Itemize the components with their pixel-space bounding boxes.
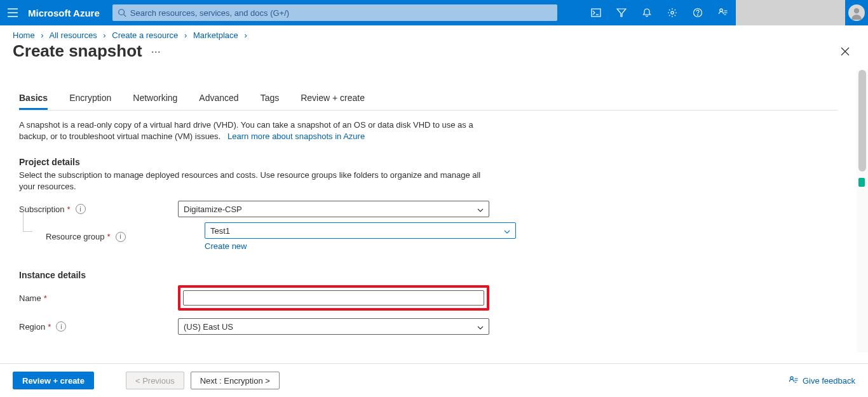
name-label: Name [19, 293, 41, 303]
next-button[interactable]: Next : Encryption > [191, 372, 280, 389]
settings-icon[interactable] [660, 0, 685, 25]
crumb-marketplace[interactable]: Marketplace [193, 30, 238, 40]
subscription-select[interactable]: Digitamize-CSP [178, 201, 489, 217]
info-icon[interactable]: i [76, 204, 86, 214]
svg-marker-7 [617, 9, 626, 17]
subscription-value: Digitamize-CSP [184, 205, 242, 214]
footer-bar: Review + create < Previous Next : Encryp… [0, 363, 868, 397]
crumb-create-resource[interactable]: Create a resource [112, 30, 178, 40]
svg-line-4 [123, 15, 126, 17]
required-indicator: * [48, 322, 51, 332]
section-instance-title: Instance details [19, 270, 837, 280]
form-area: Basics Encryption Networking Advanced Ta… [0, 70, 857, 353]
tab-tags[interactable]: Tags [261, 89, 280, 110]
more-icon[interactable]: ··· [151, 46, 161, 57]
avatar[interactable] [845, 0, 868, 25]
tab-basics[interactable]: Basics [19, 89, 48, 110]
notifications-icon[interactable] [634, 0, 660, 25]
tab-review-create[interactable]: Review + create [301, 89, 365, 110]
svg-point-8 [671, 11, 674, 14]
tab-advanced[interactable]: Advanced [199, 89, 238, 110]
top-bar: Microsoft Azure Search resources, servic… [0, 0, 868, 25]
page-header: Create snapshot ··· [0, 41, 868, 64]
chevron-right-icon: › [244, 30, 247, 40]
region-label: Region [19, 322, 45, 332]
region-value: (US) East US [184, 322, 233, 332]
review-create-button[interactable]: Review + create [13, 372, 94, 389]
create-new-link[interactable]: Create new [205, 241, 247, 251]
svg-point-3 [119, 10, 125, 15]
crumb-home[interactable]: Home [13, 30, 35, 40]
section-project-sub: Select the subscription to manage deploy… [19, 170, 483, 192]
crumb-all-resources[interactable]: All resources [50, 30, 97, 40]
description: A snapshot is a read-only copy of a virt… [19, 119, 483, 142]
feedback-icon [789, 375, 799, 386]
required-indicator: * [44, 293, 47, 303]
name-input-highlight [178, 285, 489, 311]
tabs: Basics Encryption Networking Advanced Ta… [19, 89, 837, 111]
resource-group-label: Resource group [46, 232, 105, 241]
info-icon[interactable]: i [116, 232, 126, 242]
scrollbar-marker[interactable] [858, 178, 865, 187]
learn-more-link[interactable]: Learn more about snapshots in Azure [227, 131, 365, 141]
chevron-right-icon: › [184, 30, 187, 40]
required-indicator: * [107, 232, 111, 241]
give-feedback-link[interactable]: Give feedback [789, 375, 855, 386]
svg-point-10 [697, 15, 698, 15]
brand-label[interactable]: Microsoft Azure [25, 8, 112, 18]
top-right-icons [583, 0, 868, 25]
chevron-right-icon: › [103, 30, 105, 40]
search-icon [118, 8, 126, 17]
scrollbar[interactable] [857, 70, 868, 353]
form-wrapper: Basics Encryption Networking Advanced Ta… [0, 70, 868, 353]
chevron-right-icon: › [41, 30, 43, 40]
tab-encryption[interactable]: Encryption [69, 89, 111, 110]
account-block[interactable] [736, 0, 845, 25]
feedback-icon[interactable] [710, 0, 736, 25]
region-select[interactable]: (US) East US [178, 318, 489, 335]
give-feedback-label: Give feedback [803, 376, 855, 386]
search-input[interactable]: Search resources, services, and docs (G+… [112, 4, 557, 21]
scrollbar-thumb[interactable] [858, 70, 866, 172]
previous-button: < Previous [126, 372, 184, 389]
tab-networking[interactable]: Networking [133, 89, 177, 110]
svg-point-11 [720, 9, 722, 11]
svg-point-15 [790, 377, 793, 379]
breadcrumb: Home › All resources › Create a resource… [0, 25, 868, 41]
directory-filter-icon[interactable] [609, 0, 634, 25]
section-project-title: Project details [19, 157, 837, 167]
resource-group-select[interactable]: Test1 [205, 222, 516, 239]
menu-icon[interactable] [0, 0, 25, 25]
cloud-shell-icon[interactable] [583, 0, 609, 25]
svg-point-12 [854, 8, 859, 13]
svg-rect-5 [592, 9, 600, 17]
chevron-down-icon [477, 323, 484, 330]
name-input[interactable] [183, 290, 484, 306]
resource-group-value: Test1 [210, 226, 230, 236]
help-icon[interactable] [685, 0, 710, 25]
search-placeholder: Search resources, services, and docs (G+… [130, 8, 289, 18]
info-icon[interactable]: i [56, 321, 66, 332]
page-title: Create snapshot [13, 41, 142, 61]
close-icon[interactable] [836, 43, 854, 60]
required-indicator: * [67, 205, 71, 214]
chevron-down-icon [477, 206, 484, 212]
chevron-down-icon [504, 227, 510, 234]
